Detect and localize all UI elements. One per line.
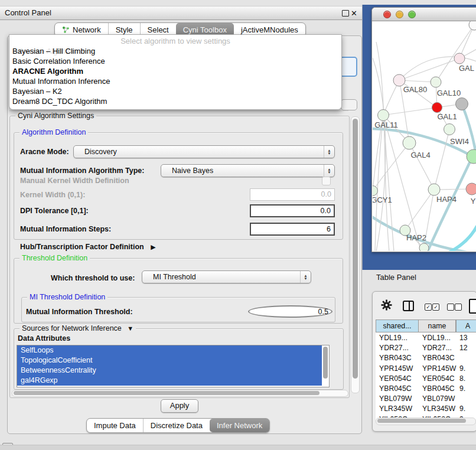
attribute-item-selfloops[interactable]: SelfLoops (17, 345, 322, 356)
float-window-icon[interactable] (342, 10, 349, 17)
table-row[interactable]: YBL079WYBL079W (376, 394, 476, 404)
gal80-node[interactable] (393, 74, 405, 86)
minimize-traffic-light[interactable] (396, 11, 403, 18)
tab-impute-data[interactable]: Impute Data (87, 419, 143, 432)
table-hscrollbar-thumb[interactable] (377, 419, 466, 423)
column-header-shared[interactable]: shared... (376, 319, 419, 332)
network-window[interactable]: GALGAL80GAL10GAL1SWI4GAL11GAL4GCY1HAP4YH… (371, 7, 476, 252)
settings-hscrollbar[interactable] (12, 390, 348, 397)
algorithm-option-aracne-algorithm[interactable]: ARACNE Algorithm (9, 66, 341, 76)
algorithm-option-mutual-information-inference[interactable]: Mutual Information Inference (9, 76, 341, 86)
mi-threshold-label: Mutual Information Threshold: (26, 308, 133, 316)
gal-node[interactable] (454, 53, 465, 64)
table-cell: 12 (459, 343, 468, 353)
table-row[interactable]: YBR045CYBR045C9. (376, 384, 476, 394)
data-attributes-list[interactable]: SelfLoopsTopologicalCoefficientBetweenne… (17, 345, 330, 387)
close-panel-icon[interactable] (351, 7, 357, 20)
algorithm-option-bayesian-hill-climbing[interactable]: Bayesian – Hill Climbing (9, 46, 341, 56)
hub-definition-toggle[interactable]: Hub/Transcription Factor Definition ▶ (20, 243, 156, 251)
dropdown-placeholder: Select algorithm to view settings (9, 37, 341, 45)
data-attributes-label: Data Attributes (18, 334, 70, 343)
node-label-gcy1: GCY1 (373, 195, 392, 204)
checked-box-icon[interactable] (432, 304, 439, 311)
node-label-y: Y (471, 197, 476, 206)
node[interactable] (444, 124, 455, 135)
node[interactable] (469, 21, 476, 30)
chevron-down-icon[interactable]: ▼ (127, 325, 133, 332)
apply-button[interactable]: Apply (161, 399, 198, 413)
stepper-arrows-icon[interactable] (300, 271, 311, 283)
manual-kernel-label: Manual Kernel Width Definition (20, 177, 129, 185)
document-icon[interactable] (469, 299, 476, 314)
table-hscrollbar[interactable] (376, 418, 476, 425)
table-cell: YBR045C (379, 384, 412, 394)
focused-combobox-fragment[interactable] (340, 57, 357, 77)
tab-discretize-data[interactable]: Discretize Data (143, 419, 210, 432)
table-row[interactable]: YPR145WYPR145W9. (376, 364, 476, 374)
settings-scrollbar-thumb[interactable] (353, 119, 358, 379)
kernel-width-label: Kernel Width (0,1): (20, 191, 85, 199)
stepper-arrows-icon[interactable] (324, 146, 334, 158)
tab-label: jActiveMNodules (241, 25, 298, 34)
table-row[interactable]: YER054CYER054C8. (376, 374, 476, 384)
table-cell: 13 (459, 333, 468, 343)
unchecked-box-icon[interactable] (447, 304, 454, 311)
manual-kernel-checkbox[interactable] (322, 177, 331, 185)
node[interactable] (419, 243, 429, 251)
algorithm-option-dream8-dc-tdc-algorithm[interactable]: Dream8 DC_TDC Algorithm (9, 96, 341, 106)
salmon-node[interactable] (466, 183, 476, 195)
node-label-gal10: GAL10 (437, 89, 461, 97)
gear-icon[interactable] (381, 299, 392, 311)
mi-threshold-field[interactable]: 0.5 (248, 305, 332, 318)
sources-group-title: Sources for Network Inference (22, 324, 122, 332)
swi4-node[interactable] (467, 149, 476, 164)
which-threshold-combobox[interactable]: MI Threshold (142, 270, 311, 283)
tab-label: Style (116, 25, 133, 34)
close-traffic-light[interactable] (383, 11, 391, 18)
table-cell: YPR145W (422, 364, 456, 374)
settings-scrollbar[interactable] (351, 116, 360, 393)
table-row[interactable]: YDL19...YDL19...13 (376, 333, 476, 343)
column-header-name[interactable]: name (419, 319, 456, 332)
gal1-node[interactable] (432, 103, 442, 113)
gal4-node[interactable] (403, 136, 416, 149)
combobox-fragment[interactable] (341, 99, 357, 110)
aracne-mode-combobox[interactable]: Discovery (73, 145, 335, 158)
unchecked-box-icon[interactable] (455, 304, 462, 311)
mi-steps-field[interactable]: 6 (250, 223, 335, 236)
stepper-arrows-icon[interactable] (324, 165, 334, 177)
table-row[interactable]: YLR345WYLR345W9. (376, 404, 476, 414)
table-row[interactable]: YDR27...YDR27...12 (376, 343, 476, 353)
column-header-a[interactable]: A (456, 319, 476, 332)
mi-type-combobox[interactable]: Naive Bayes (161, 164, 335, 177)
attribute-item-betweennesscentrality[interactable]: BetweennessCentrality (17, 366, 322, 376)
split-columns-icon[interactable] (403, 301, 414, 311)
chevron-right-icon[interactable]: ▶ (151, 243, 155, 250)
table-cell: 9. (459, 384, 465, 394)
table-cell: YER054C (379, 374, 412, 384)
hap4-node[interactable] (428, 184, 440, 195)
algorithm-option-basic-correlation-inference[interactable]: Basic Correlation Inference (9, 56, 341, 66)
network-window-titlebar[interactable] (372, 8, 476, 21)
list-scrollbar-thumb[interactable] (323, 347, 328, 379)
table-row[interactable]: YBR043CYBR043C (376, 353, 476, 363)
attribute-item-gal4rgexp[interactable]: gal4RGexp (17, 376, 322, 386)
combobox-value: Naive Bayes (172, 167, 213, 175)
algorithm-option-bayesian-k2[interactable]: Bayesian – K2 (9, 86, 341, 96)
zoom-traffic-light[interactable] (408, 11, 416, 18)
gray-node[interactable] (456, 98, 468, 110)
kernel-width-field[interactable]: 0.0 (250, 188, 335, 201)
sources-group-toggle[interactable]: Sources for Network Inference ▼ (19, 324, 136, 332)
settings-hscrollbar-thumb[interactable] (14, 391, 319, 395)
checked-box-icon[interactable] (425, 304, 432, 311)
algorithm-dropdown-popup[interactable]: Inference Algorithm Select algorithm to … (9, 34, 342, 110)
node-label-hap4: HAP4 (436, 195, 457, 204)
attribute-item-topologicalcoefficient[interactable]: TopologicalCoefficient (17, 356, 322, 366)
gal11-node[interactable] (378, 110, 389, 121)
dpi-tolerance-field[interactable]: 0.0 (250, 204, 335, 217)
table-cell: YBR043C (379, 353, 412, 363)
gal10-node[interactable] (431, 77, 441, 87)
network-canvas[interactable]: GALGAL80GAL10GAL1SWI4GAL11GAL4GCY1HAP4YH… (373, 21, 476, 251)
tab-infer-network[interactable]: Infer Network (210, 419, 269, 432)
node-label-gal: GAL (459, 64, 474, 73)
